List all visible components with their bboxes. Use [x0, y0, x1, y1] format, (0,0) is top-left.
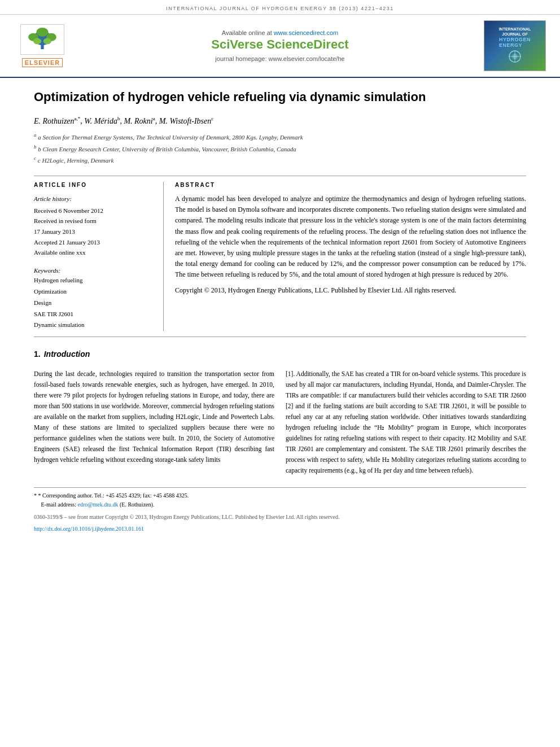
email-label-text: E-mail address:	[41, 501, 76, 508]
accepted-date: Accepted 21 January 2013	[34, 239, 100, 246]
journal-header-bar: INTERNATIONAL JOURNAL OF HYDROGEN ENERGY…	[0, 0, 560, 15]
journal-cover-subtitle: HYDROGENENERGY	[499, 37, 531, 48]
email-author-name: (E. Rothuizen).	[120, 501, 154, 508]
history-label: Article history:	[34, 194, 155, 204]
copyright-text: 0360-3199/$ – see front matter Copyright…	[34, 514, 340, 520]
elsevier-tree-icon	[25, 27, 59, 50]
keyword-2: Optimization	[34, 286, 155, 298]
abstract-heading: ABSTRACT	[175, 182, 526, 188]
sciverse-part1: SciVerse	[211, 37, 266, 51]
top-divider	[34, 176, 526, 176]
section-number: 1.	[34, 350, 41, 359]
right-header: InternationalJournal of HYDROGENENERGY	[481, 20, 549, 71]
intro-section: 1. Introduction During the last decade, …	[34, 350, 526, 476]
doi-line: http://dx.doi.org/10.1016/j.ijhydene.201…	[34, 525, 526, 533]
journal-cover-graphic	[504, 48, 526, 65]
sup-a-star: a,*	[75, 116, 81, 121]
sciverse-title: SciVerse ScienceDirect	[211, 37, 348, 52]
intro-left-text: During the last decade, technologies req…	[34, 369, 274, 465]
sup-c: c	[211, 116, 213, 121]
body-divider	[34, 337, 526, 337]
footer-copyright-line: 0360-3199/$ – see front matter Copyright…	[34, 513, 526, 521]
sciverse-part2: ScienceDirect	[266, 37, 349, 51]
keyword-5: Dynamic simulation	[34, 320, 155, 331]
intro-left-col: During the last decade, technologies req…	[34, 369, 274, 476]
article-info-col: ARTICLE INFO Article history: Received 6…	[34, 182, 164, 331]
article-info-abstract-section: ARTICLE INFO Article history: Received 6…	[34, 182, 526, 331]
email-footnote: E-mail address: edro@mek.dtu.dk (E. Roth…	[34, 500, 526, 509]
keyword-4: SAE TIR J2601	[34, 309, 155, 320]
elsevier-label: ELSEVIER	[22, 58, 63, 67]
corresponding-author-text: * Corresponding author. Tel.: +45 4525 4…	[38, 492, 189, 499]
aff-sup-a: a	[34, 132, 37, 138]
article-history: Article history: Received 6 November 201…	[34, 194, 155, 258]
sup-a2: a	[153, 116, 155, 121]
intro-right-text: [1]. Additionally, the SAE has created a…	[286, 369, 526, 476]
keywords-list: Hydrogen refueling Optimization Design S…	[34, 275, 155, 331]
author-wistoft: M. Wistoft-Ibsen	[159, 116, 212, 125]
journal-cover: InternationalJournal of HYDROGENENERGY	[484, 20, 546, 71]
keywords-label: Keywords:	[34, 267, 60, 274]
paper-content: Optimization of hydrogen vehicle refueli…	[0, 78, 560, 544]
svg-point-6	[43, 38, 51, 45]
sciencedirect-link[interactable]: www.sciencedirect.com	[274, 29, 338, 36]
keywords-section: Keywords: Hydrogen refueling Optimizatio…	[34, 266, 155, 331]
footnote-area: * * Corresponding author. Tel.: +45 4525…	[34, 487, 526, 533]
affiliation-b: b Clean Energy Research Center, Universi…	[38, 145, 296, 152]
available-online: Available online at www.sciencedirect.co…	[222, 29, 338, 36]
section-title: Introduction	[44, 350, 90, 359]
main-header: ELSEVIER Available online at www.science…	[0, 15, 560, 78]
received-revised-date: 17 January 2013	[34, 228, 75, 235]
section-header-row: 1. Introduction	[34, 350, 526, 363]
svg-point-5	[33, 38, 41, 45]
sup-b: b	[117, 116, 120, 121]
journal-homepage: journal homepage: www.elsevier.com/locat…	[215, 55, 344, 62]
journal-cover-title-text: InternationalJournal of	[499, 27, 531, 37]
elsevier-logo-box	[20, 24, 64, 55]
corresponding-author-footnote: * * Corresponding author. Tel.: +45 4525…	[34, 491, 526, 500]
affiliations: a a Section for Thermal Energy Systems, …	[34, 131, 526, 165]
affiliation-c: c H2Logic, Herning, Denmark	[38, 156, 114, 163]
abstract-col: ABSTRACT A dynamic model has been develo…	[175, 182, 526, 331]
abstract-copyright: Copyright © 2013, Hydrogen Energy Public…	[175, 285, 526, 296]
author-email-link[interactable]: edro@mek.dtu.dk	[77, 501, 118, 508]
aff-sup-b: b	[34, 144, 37, 150]
keyword-1: Hydrogen refueling	[34, 275, 155, 286]
received-revised-label: Received in revised form	[34, 217, 97, 224]
paper-title: Optimization of hydrogen vehicle refueli…	[34, 89, 526, 106]
author-merida: W. Mérida	[84, 116, 117, 125]
intro-right-col: [1]. Additionally, the SAE has created a…	[286, 369, 526, 476]
keyword-3: Design	[34, 298, 155, 309]
intro-body-cols: During the last decade, technologies req…	[34, 369, 526, 476]
article-info-heading: ARTICLE INFO	[34, 182, 155, 188]
journal-title-top: INTERNATIONAL JOURNAL OF HYDROGEN ENERGY…	[166, 6, 394, 11]
svg-point-4	[36, 28, 48, 37]
footnote-star: *	[34, 492, 38, 499]
authors-line: E. Rothuizena,*, W. Méridab, M. Roknia, …	[34, 116, 526, 126]
author-rothuizen: E. Rothuizen	[34, 116, 75, 125]
aff-sup-c: c	[34, 155, 36, 161]
affiliation-a: a Section for Thermal Energy Systems, Th…	[38, 134, 303, 141]
center-header: Available online at www.sciencedirect.co…	[85, 20, 475, 71]
doi-link[interactable]: http://dx.doi.org/10.1016/j.ijhydene.201…	[34, 526, 144, 532]
available-online-text: Available online xxx	[34, 249, 85, 256]
logo-area: ELSEVIER	[6, 20, 79, 71]
abstract-text: A dynamic model has been developed to an…	[175, 194, 526, 281]
received-date: Received 6 November 2012	[34, 207, 103, 214]
author-rokni: M. Rokni	[124, 116, 152, 125]
